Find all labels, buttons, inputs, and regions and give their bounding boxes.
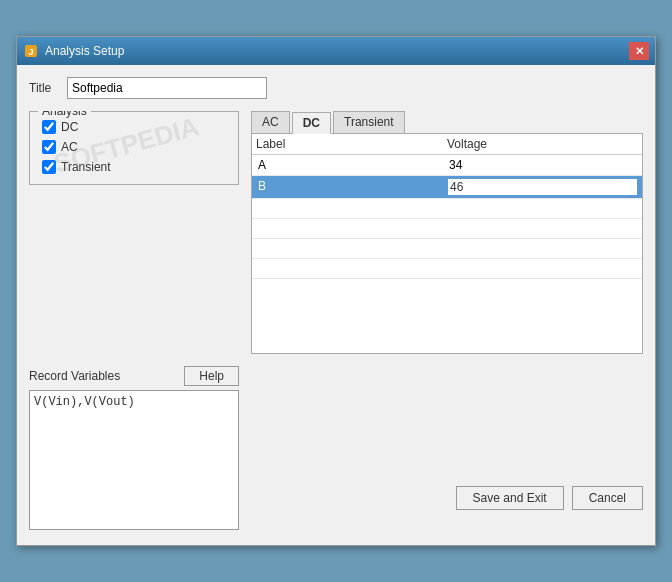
label-ac: AC (61, 140, 78, 154)
cell-voltage-3 (447, 221, 638, 236)
title-input[interactable] (67, 77, 267, 99)
cancel-button[interactable]: Cancel (572, 486, 643, 510)
table-body: A 34 B (252, 155, 642, 279)
close-button[interactable]: ✕ (629, 42, 649, 60)
tab-bar: AC DC Transient (251, 111, 643, 134)
analysis-legend: Analysis (38, 111, 91, 118)
main-window: J Analysis Setup ✕ Title Analysis SOFTPE… (16, 36, 656, 546)
cell-label-1: B (256, 178, 447, 196)
cell-label-2 (256, 201, 447, 216)
record-variables-textarea[interactable]: V(Vin),V(Vout) (29, 390, 239, 530)
table-row[interactable] (252, 239, 642, 259)
cell-label-0: A (256, 157, 447, 173)
cell-label-4 (256, 241, 447, 256)
titlebar: J Analysis Setup ✕ (17, 37, 655, 65)
label-transient: Transient (61, 160, 111, 174)
checkbox-dc[interactable] (42, 120, 56, 134)
col-header-voltage: Voltage (447, 137, 638, 151)
tab-dc[interactable]: DC (292, 112, 331, 134)
col-header-label: Label (256, 137, 447, 151)
help-button[interactable]: Help (184, 366, 239, 386)
cell-label-5 (256, 261, 447, 276)
titlebar-title: Analysis Setup (45, 44, 124, 58)
table-container: Label Voltage A 34 B (251, 134, 643, 354)
label-dc: DC (61, 120, 78, 134)
cell-voltage-0: 34 (447, 157, 638, 173)
cell-voltage-4 (447, 241, 638, 256)
app-icon: J (23, 43, 39, 59)
save-button[interactable]: Save and Exit (456, 486, 564, 510)
cell-voltage-input-1[interactable] (447, 178, 638, 196)
cell-voltage-5 (447, 261, 638, 276)
table-row[interactable] (252, 259, 642, 279)
title-label: Title (29, 81, 59, 95)
tab-transient[interactable]: Transient (333, 111, 405, 133)
record-variables-label: Record Variables (29, 369, 120, 383)
cell-voltage-2 (447, 201, 638, 216)
table-header: Label Voltage (252, 134, 642, 155)
svg-text:J: J (28, 47, 33, 57)
table-row[interactable]: A 34 (252, 155, 642, 176)
tab-ac[interactable]: AC (251, 111, 290, 133)
table-row[interactable]: B (252, 176, 642, 199)
checkbox-transient[interactable] (42, 160, 56, 174)
table-row[interactable] (252, 219, 642, 239)
checkbox-ac[interactable] (42, 140, 56, 154)
cell-label-3 (256, 221, 447, 236)
table-row[interactable] (252, 199, 642, 219)
